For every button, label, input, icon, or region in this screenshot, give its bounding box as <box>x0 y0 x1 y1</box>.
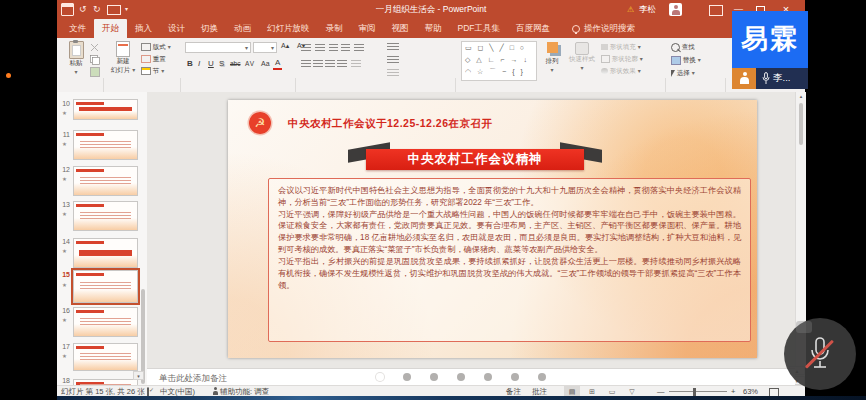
tab-slideshow[interactable]: 幻灯片放映 <box>259 19 318 38</box>
align-center-icon[interactable] <box>313 60 323 68</box>
numbering-icon[interactable] <box>315 44 325 52</box>
tab-help[interactable]: 帮助 <box>417 19 450 38</box>
pane-splitter-button[interactable]: ▾ <box>133 371 144 380</box>
shapes-gallery[interactable]: ▭ ◻ ╲ ╱ □ ○ ◇ △ ∟ ⌐ → ↓ ◠ ☆ ⌒ ~ { } <box>461 41 537 81</box>
mute-button-overlay[interactable] <box>784 318 856 390</box>
align-left-icon[interactable] <box>301 60 311 68</box>
quick-styles-button[interactable]: 快速样式 ▾ <box>567 42 597 71</box>
shape-outline-button[interactable]: 形状轮廓 ▾ <box>601 55 643 64</box>
cut-icon[interactable] <box>90 43 100 51</box>
notes-pane[interactable]: 单击此处添加备注 <box>147 368 795 386</box>
slide-nav-dot-active <box>376 373 384 381</box>
justify-icon[interactable] <box>337 60 347 68</box>
slide-thumbnail-12[interactable] <box>73 166 138 196</box>
bold-button[interactable]: B <box>185 58 195 70</box>
tab-design[interactable]: 设计 <box>160 19 193 38</box>
slide-number-selected: 15 <box>58 271 70 278</box>
tab-record[interactable]: 录制 <box>318 19 351 38</box>
tab-home[interactable]: 开始 <box>94 19 127 38</box>
smartart-convert-icon[interactable] <box>387 69 399 77</box>
slide-number: 17 <box>58 343 70 350</box>
italic-button[interactable]: I <box>196 58 202 70</box>
participant-name-bar[interactable]: 李... <box>756 68 808 89</box>
participant-avatar-tile[interactable] <box>732 68 756 89</box>
slide-thumbnail-15-selected[interactable] <box>73 270 138 303</box>
animation-star-icon: ★ <box>62 141 67 147</box>
slide-header-text[interactable]: 中央农村工作会议于12.25-12.26在京召开 <box>288 117 493 131</box>
font-size-combo[interactable]: ▾ <box>253 42 277 53</box>
animation-star-icon: ★ <box>62 317 67 323</box>
arrange-button[interactable]: 排列 ▾ <box>539 42 565 73</box>
notes-placeholder[interactable]: 单击此处添加备注 <box>159 373 227 385</box>
columns-icon[interactable] <box>351 60 361 68</box>
account-avatar[interactable] <box>669 3 682 16</box>
scroll-up-icon[interactable]: ▴ <box>796 92 806 101</box>
text-direction-icon[interactable] <box>387 43 399 51</box>
quick-styles-label: 快速样式 <box>567 55 597 64</box>
select-button[interactable]: 选择 ▾ <box>671 69 695 78</box>
thumbnail-content <box>80 282 130 291</box>
format-painter-icon[interactable] <box>90 67 100 77</box>
shape-fill-button[interactable]: 形状填充 ▾ <box>601 43 641 52</box>
taskbar-sliver <box>57 396 866 400</box>
underline-button[interactable]: U <box>206 58 216 70</box>
tab-transitions[interactable]: 切换 <box>193 19 226 38</box>
thumbnail-content <box>80 177 130 185</box>
copy-icon[interactable] <box>90 55 98 63</box>
line-spacing-icon[interactable] <box>354 44 364 52</box>
slide-thumbnail-11[interactable] <box>73 130 138 160</box>
tab-view[interactable]: 视图 <box>384 19 417 38</box>
zoom-slider-track[interactable] <box>669 391 727 392</box>
layout-button[interactable]: 版式 ▾ <box>141 43 171 52</box>
section-button[interactable]: 节 ▾ <box>141 67 164 76</box>
grow-font-button[interactable]: A▴ <box>279 40 291 52</box>
align-text-icon[interactable] <box>387 56 399 64</box>
bullets-icon[interactable] <box>301 44 311 52</box>
character-spacing-button[interactable]: AV <box>243 58 257 70</box>
slide-thumbnail-16[interactable] <box>73 307 138 337</box>
align-right-icon[interactable] <box>325 60 335 68</box>
search-icon <box>671 43 680 52</box>
find-button[interactable]: 查找 <box>671 43 695 52</box>
slide-thumbnail-14[interactable] <box>73 238 138 268</box>
tab-insert[interactable]: 插入 <box>127 19 160 38</box>
slide-canvas[interactable]: ☭ 中央农村工作会议于12.25-12.26在京召开 中央农村工作会议精神 会议… <box>228 100 757 358</box>
slide-thumbnail-17[interactable] <box>73 343 138 371</box>
change-case-button[interactable]: Aa <box>259 58 272 70</box>
tab-review[interactable]: 审阅 <box>351 19 384 38</box>
account-name[interactable]: 李松 <box>639 0 656 19</box>
font-color-button[interactable]: A <box>273 58 282 70</box>
tell-me-label: 操作说明搜索 <box>584 23 635 35</box>
zoom-slider-thumb[interactable] <box>693 388 696 396</box>
party-emblem-icon: ☭ <box>249 112 271 134</box>
ribbon-display-options-icon[interactable] <box>709 5 723 16</box>
title-bar: ↺ ↻ ▾ 一月组织生活会 - PowerPoint ⚠ 李松 — × <box>57 0 805 19</box>
panel-scrollbar-thumb[interactable] <box>141 289 145 384</box>
tell-me-search[interactable]: 操作说明搜索 <box>572 19 635 38</box>
tab-animations[interactable]: 动画 <box>226 19 259 38</box>
slide-body-textbox[interactable]: 会议以习近平新时代中国特色社会主义思想为指导，全面贯彻党的十九大和十九届历次全会… <box>268 178 751 342</box>
meeting-app-brand-overlay[interactable]: 易霖 <box>732 11 808 68</box>
shape-fill-icon <box>601 44 608 50</box>
shape-effects-button[interactable]: 形状效果 ▾ <box>601 67 641 76</box>
reset-button[interactable]: 重置 <box>141 55 166 64</box>
tab-pdf-tools[interactable]: PDF工具集 <box>450 19 509 38</box>
slide-thumbnail-10[interactable] <box>73 99 138 120</box>
tab-baidu-netdisk[interactable]: 百度网盘 <box>508 19 558 38</box>
slide-nav-dot <box>430 373 438 381</box>
replace-button[interactable]: 替换 ▾ <box>671 56 701 65</box>
increase-indent-icon[interactable] <box>341 44 350 52</box>
slide-thumbnail-13[interactable] <box>73 201 138 231</box>
slide-editor-area: ☭ 中央农村工作会议于12.25-12.26在京召开 中央农村工作会议精神 会议… <box>147 92 795 368</box>
slide-banner-title[interactable]: 中央农村工作会议精神 <box>366 149 584 170</box>
tab-file[interactable]: 文件 <box>61 19 94 38</box>
scrollbar-thumb[interactable] <box>799 103 803 145</box>
strikethrough-button[interactable]: abc <box>228 58 242 70</box>
window-title: 一月组织生活会 - PowerPoint <box>57 0 805 19</box>
text-shadow-button[interactable]: S <box>217 58 226 70</box>
paste-button[interactable]: 粘贴 ▾ <box>63 41 89 75</box>
animation-star-icon: ★ <box>62 211 67 217</box>
decrease-indent-icon[interactable] <box>329 44 338 52</box>
new-slide-button[interactable]: 新建 幻灯片 ▾ <box>109 41 137 75</box>
font-name-combo[interactable]: ▾ <box>185 42 251 53</box>
